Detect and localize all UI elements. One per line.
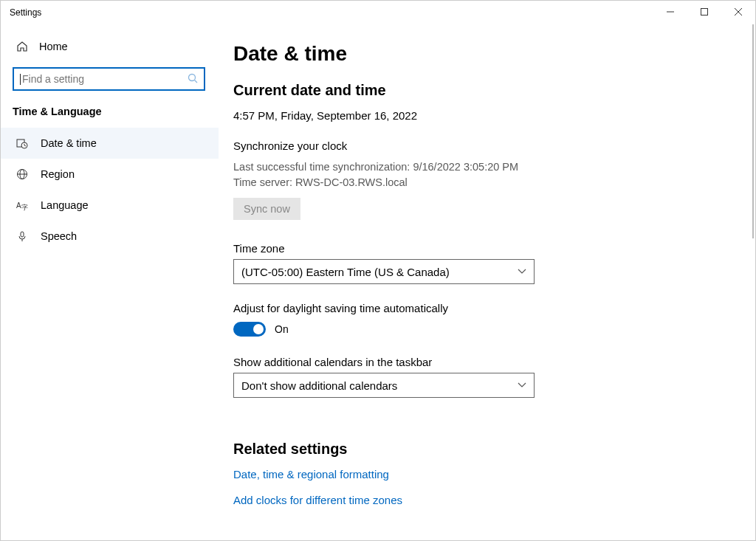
svg-text:字: 字 bbox=[21, 204, 28, 211]
sidebar-item-date-time[interactable]: Date & time bbox=[1, 128, 219, 159]
current-heading: Current date and time bbox=[233, 82, 726, 99]
minimize-button[interactable] bbox=[653, 1, 687, 23]
sidebar-item-label: Date & time bbox=[41, 137, 97, 149]
link-date-regional[interactable]: Date, time & regional formatting bbox=[233, 468, 726, 480]
chevron-down-icon bbox=[518, 381, 526, 390]
globe-icon bbox=[16, 168, 29, 180]
window-controls bbox=[653, 1, 755, 23]
toggle-knob bbox=[253, 324, 264, 334]
titlebar: Settings bbox=[1, 1, 755, 24]
related-heading: Related settings bbox=[233, 441, 726, 458]
sidebar-item-label: Speech bbox=[41, 230, 77, 242]
close-icon bbox=[735, 8, 742, 15]
current-datetime: 4:57 PM, Friday, September 16, 2022 bbox=[233, 109, 726, 122]
timezone-dropdown[interactable]: (UTC-05:00) Eastern Time (US & Canada) bbox=[233, 259, 535, 284]
microphone-icon bbox=[16, 230, 29, 242]
language-icon: A字 bbox=[16, 199, 29, 211]
window-title: Settings bbox=[10, 7, 41, 18]
close-button[interactable] bbox=[721, 1, 755, 23]
svg-point-4 bbox=[189, 74, 196, 80]
text-cursor bbox=[20, 74, 21, 85]
chevron-down-icon bbox=[518, 267, 526, 276]
main-content: Date & time Current date and time 4:57 P… bbox=[219, 24, 755, 540]
timezone-value: (UTC-05:00) Eastern Time (US & Canada) bbox=[241, 266, 450, 278]
sidebar-item-language[interactable]: A字 Language bbox=[13, 190, 205, 221]
additional-calendars-label: Show additional calendars in the taskbar bbox=[233, 356, 726, 368]
search-input[interactable] bbox=[22, 73, 188, 85]
additional-calendars-value: Don't show additional calendars bbox=[241, 379, 397, 392]
calendar-clock-icon bbox=[16, 137, 29, 149]
maximize-button[interactable] bbox=[687, 1, 721, 23]
link-add-clocks[interactable]: Add clocks for different time zones bbox=[233, 494, 726, 506]
timezone-label: Time zone bbox=[233, 242, 726, 255]
additional-calendars-dropdown[interactable]: Don't show additional calendars bbox=[233, 373, 535, 398]
sidebar-item-region[interactable]: Region bbox=[13, 159, 205, 190]
home-nav[interactable]: Home bbox=[13, 30, 205, 63]
search-box[interactable] bbox=[13, 67, 205, 91]
scrollbar[interactable] bbox=[752, 24, 754, 238]
dst-toggle[interactable] bbox=[233, 322, 266, 337]
home-icon bbox=[16, 41, 29, 52]
sidebar-section-title: Time & Language bbox=[13, 106, 205, 117]
sync-heading: Synchronize your clock bbox=[233, 139, 726, 152]
maximize-icon bbox=[701, 8, 708, 15]
sidebar-item-speech[interactable]: Speech bbox=[13, 221, 205, 252]
page-title: Date & time bbox=[233, 42, 726, 66]
svg-text:A: A bbox=[16, 201, 21, 210]
svg-rect-15 bbox=[21, 232, 24, 237]
sync-last: Last successful time synchronization: 9/… bbox=[233, 159, 726, 175]
sidebar-item-label: Region bbox=[41, 168, 75, 180]
svg-rect-1 bbox=[701, 9, 708, 15]
sync-now-button[interactable]: Sync now bbox=[233, 198, 300, 220]
sidebar-item-label: Language bbox=[41, 199, 89, 211]
svg-line-5 bbox=[195, 80, 198, 83]
sidebar: Home Time & Language Date & time bbox=[1, 24, 219, 540]
search-icon bbox=[188, 73, 198, 86]
home-label: Home bbox=[39, 41, 68, 52]
minimize-icon bbox=[667, 8, 674, 15]
sync-server: Time server: RWS-DC-03.RWS.local bbox=[233, 175, 726, 190]
dst-state: On bbox=[275, 323, 289, 335]
dst-label: Adjust for daylight saving time automati… bbox=[233, 302, 726, 314]
